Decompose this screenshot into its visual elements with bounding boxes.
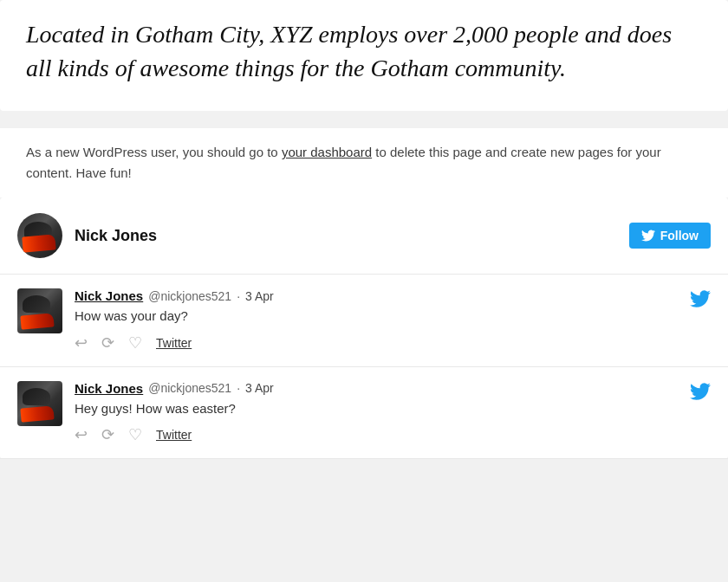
like-icon[interactable]: ♡ xyxy=(128,425,142,444)
tweet-actions: ↩ ⟳ ♡ Twitter xyxy=(75,333,711,352)
twitter-logo xyxy=(690,288,711,312)
follow-label: Follow xyxy=(660,229,699,242)
twitter-header: Nick Jones Follow xyxy=(0,197,728,275)
tweet-text: Hey guys! How was easter? xyxy=(75,399,711,419)
tweet-text: How was your day? xyxy=(75,307,711,327)
twitter-logo xyxy=(690,381,711,404)
tweet-dot: · xyxy=(237,289,240,303)
tweet-row: Nick Jones @nickjones521 · 3 Apr Hey guy… xyxy=(0,367,728,460)
tweet-username[interactable]: Nick Jones xyxy=(75,288,143,303)
tweet-actions: ↩ ⟳ ♡ Twitter xyxy=(75,425,711,444)
page-wrapper: Located in Gotham City, XYZ employs over… xyxy=(0,0,728,459)
tweet-row: Nick Jones @nickjones521 · 3 Apr How was… xyxy=(0,275,728,367)
quote-text: Located in Gotham City, XYZ employs over… xyxy=(26,17,702,85)
retweet-icon[interactable]: ⟳ xyxy=(101,333,114,352)
tweet-content: Nick Jones @nickjones521 · 3 Apr How was… xyxy=(75,288,711,352)
dashboard-link[interactable]: your dashboard xyxy=(282,145,372,159)
tweet-handle: @nickjones521 xyxy=(148,381,231,395)
avatar xyxy=(17,213,62,258)
twitter-header-name: Nick Jones xyxy=(75,227,629,245)
tweet-avatar xyxy=(17,288,62,333)
reply-icon[interactable]: ↩ xyxy=(75,333,88,352)
twitter-bird-icon xyxy=(641,229,655,242)
tweet-date: 3 Apr xyxy=(245,381,274,395)
like-icon[interactable]: ♡ xyxy=(128,333,142,352)
tweet-handle: @nickjones521 xyxy=(148,289,231,303)
tweet-dot: · xyxy=(237,381,240,395)
reply-icon[interactable]: ↩ xyxy=(75,425,88,444)
follow-button[interactable]: Follow xyxy=(629,223,711,249)
wp-notice-text-before: As a new WordPress user, you should go t… xyxy=(26,145,282,159)
tweet-date: 3 Apr xyxy=(245,289,274,303)
tweet-avatar xyxy=(17,381,62,426)
tweet-username[interactable]: Nick Jones xyxy=(75,381,143,396)
quote-card: Located in Gotham City, XYZ employs over… xyxy=(0,0,728,111)
retweet-icon[interactable]: ⟳ xyxy=(101,425,114,444)
tweet-meta: Nick Jones @nickjones521 · 3 Apr xyxy=(75,381,711,396)
tweet-meta: Nick Jones @nickjones521 · 3 Apr xyxy=(75,288,711,303)
wp-notice: As a new WordPress user, you should go t… xyxy=(0,128,728,197)
tweet-link[interactable]: Twitter xyxy=(156,336,192,350)
tweet-content: Nick Jones @nickjones521 · 3 Apr Hey guy… xyxy=(75,381,711,445)
twitter-widget: Nick Jones Follow Nick Jones @nickjones5… xyxy=(0,197,728,459)
tweet-link[interactable]: Twitter xyxy=(156,428,192,442)
